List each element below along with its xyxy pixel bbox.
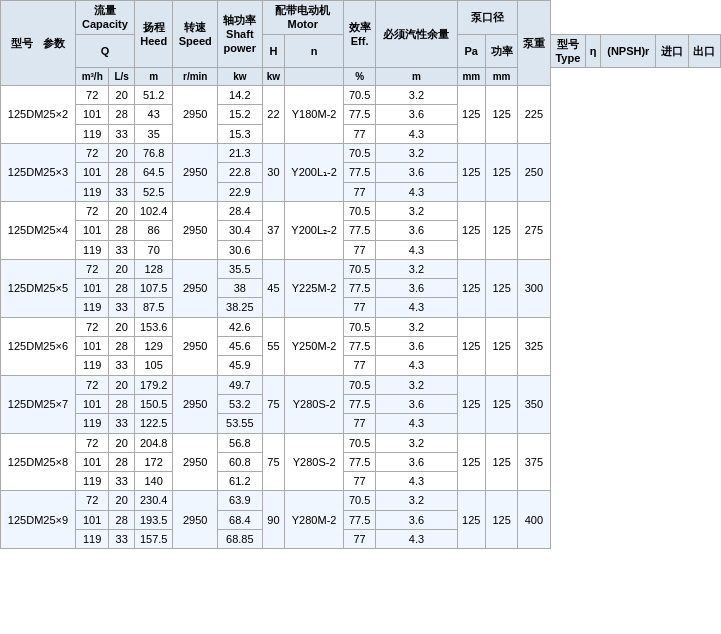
pump-table: 型号 参数 流量Capacity 扬程Heed 转速Speed 轴功率Shaft… <box>0 0 721 549</box>
flow-m3h: 101 <box>75 163 108 182</box>
npsh: 4.3 <box>376 356 457 375</box>
col-type-header: 型号Type <box>550 34 586 68</box>
head: 105 <box>134 356 173 375</box>
flow-ls: 28 <box>109 337 135 356</box>
table-row: 10128150.553.277.53.6 <box>1 394 721 413</box>
col-motor-header: 配带电动机Motor <box>262 1 343 35</box>
table-row: 119333515.3774.3 <box>1 124 721 143</box>
outlet-diameter: 125 <box>485 491 517 549</box>
flow-m3h: 72 <box>75 86 108 105</box>
weight: 275 <box>518 201 550 259</box>
head: 128 <box>134 259 173 278</box>
efficiency: 77.5 <box>343 163 375 182</box>
efficiency: 77.5 <box>343 221 375 240</box>
weight: 400 <box>518 491 550 549</box>
flow-ls: 20 <box>109 201 135 220</box>
motor-power: 55 <box>262 317 285 375</box>
flow-ls: 20 <box>109 317 135 336</box>
flow-ls: 33 <box>109 414 135 433</box>
flow-m3h: 119 <box>75 356 108 375</box>
head: 76.8 <box>134 144 173 163</box>
efficiency: 77.5 <box>343 510 375 529</box>
head: 70 <box>134 240 173 259</box>
table-row: 1012812945.677.53.6 <box>1 337 721 356</box>
model-cell: 125DM25×8 <box>1 433 76 491</box>
outlet-diameter: 125 <box>485 86 517 144</box>
flow-ls: 28 <box>109 510 135 529</box>
flow-ls: 33 <box>109 530 135 549</box>
flow-ls: 28 <box>109 221 135 240</box>
col-capacity-header: 流量Capacity <box>75 1 134 35</box>
shaft-power: 30.4 <box>218 221 263 240</box>
weight: 300 <box>518 259 550 317</box>
shaft-power: 61.2 <box>218 472 263 491</box>
unit-ls: L/s <box>109 68 135 86</box>
flow-ls: 20 <box>109 144 135 163</box>
npsh: 3.2 <box>376 491 457 510</box>
table-row: 125DM25×2722051.2295014.222Y180M-270.53.… <box>1 86 721 105</box>
efficiency: 70.5 <box>343 201 375 220</box>
efficiency: 77.5 <box>343 452 375 471</box>
shaft-power: 60.8 <box>218 452 263 471</box>
shaft-power: 68.4 <box>218 510 263 529</box>
head: 157.5 <box>134 530 173 549</box>
speed: 2950 <box>173 375 218 433</box>
col-outlet-sub-header: 出口 <box>688 34 720 68</box>
npsh: 4.3 <box>376 530 457 549</box>
flow-m3h: 72 <box>75 144 108 163</box>
npsh: 3.6 <box>376 221 457 240</box>
inlet-diameter: 125 <box>457 259 485 317</box>
motor-type: Y280S-2 <box>285 375 344 433</box>
flow-m3h: 72 <box>75 375 108 394</box>
flow-ls: 28 <box>109 279 135 298</box>
flow-m3h: 101 <box>75 105 108 124</box>
efficiency: 70.5 <box>343 491 375 510</box>
efficiency: 70.5 <box>343 86 375 105</box>
model-cell: 125DM25×3 <box>1 144 76 202</box>
shaft-power: 53.2 <box>218 394 263 413</box>
table-row: 101288630.477.53.6 <box>1 221 721 240</box>
flow-m3h: 101 <box>75 510 108 529</box>
flow-ls: 20 <box>109 375 135 394</box>
npsh: 3.6 <box>376 337 457 356</box>
motor-type: Y280M-2 <box>285 491 344 549</box>
head: 140 <box>134 472 173 491</box>
col-q-header: Q <box>75 34 134 68</box>
motor-type: Y200L₁-2 <box>285 144 344 202</box>
weight: 225 <box>518 86 550 144</box>
col-pa-header: Pa <box>457 34 485 68</box>
efficiency: 77 <box>343 182 375 201</box>
speed: 2950 <box>173 259 218 317</box>
flow-ls: 20 <box>109 259 135 278</box>
npsh: 3.6 <box>376 510 457 529</box>
flow-m3h: 72 <box>75 317 108 336</box>
head: 129 <box>134 337 173 356</box>
flow-ls: 33 <box>109 356 135 375</box>
model-cell: 125DM25×4 <box>1 201 76 259</box>
npsh: 4.3 <box>376 240 457 259</box>
col-n-header: n <box>285 34 344 68</box>
table-row: 1193352.522.9774.3 <box>1 182 721 201</box>
inlet-diameter: 125 <box>457 317 485 375</box>
motor-power: 22 <box>262 86 285 144</box>
flow-m3h: 101 <box>75 337 108 356</box>
model-cell: 125DM25×7 <box>1 375 76 433</box>
npsh: 3.2 <box>376 433 457 452</box>
flow-m3h: 119 <box>75 414 108 433</box>
efficiency: 70.5 <box>343 259 375 278</box>
shaft-power: 38.25 <box>218 298 263 317</box>
head: 43 <box>134 105 173 124</box>
unit-type <box>285 68 344 86</box>
flow-m3h: 101 <box>75 394 108 413</box>
table-row: 1012864.522.877.53.6 <box>1 163 721 182</box>
table-row: 125DM25×67220153.6295042.655Y250M-270.53… <box>1 317 721 336</box>
head: 179.2 <box>134 375 173 394</box>
table-row: 1012817260.877.53.6 <box>1 452 721 471</box>
table-row: 119337030.6774.3 <box>1 240 721 259</box>
efficiency: 77 <box>343 240 375 259</box>
head: 64.5 <box>134 163 173 182</box>
table-row: 125DM25×3722076.8295021.330Y200L₁-270.53… <box>1 144 721 163</box>
motor-type: Y180M-2 <box>285 86 344 144</box>
col-speed-header: 转速Speed <box>173 1 218 68</box>
col-npsh-header: 必须汽性余量 <box>376 1 457 68</box>
